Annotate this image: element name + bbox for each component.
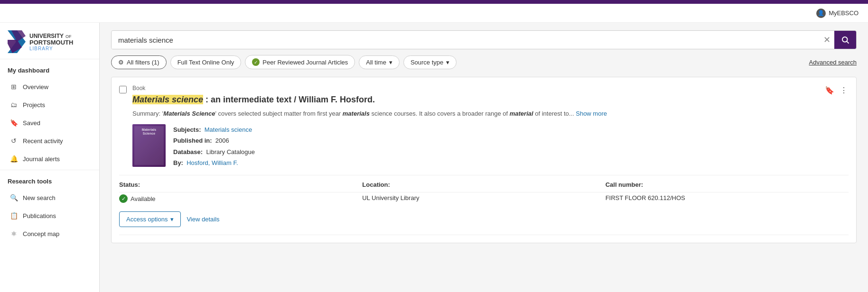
publications-icon: 📋 (9, 211, 18, 220)
search-clear-button[interactable]: ✕ (820, 31, 834, 49)
access-options-button[interactable]: Access options ▾ (119, 211, 181, 227)
status-value: Available (131, 195, 156, 202)
availability-row: ✓ Available UL University Library FIRST … (119, 192, 849, 205)
result-info: Subjects: Materials science Published in… (173, 124, 255, 169)
result-by: By: Hosford, William F. (173, 157, 255, 168)
show-more-link[interactable]: Show more (576, 110, 607, 117)
search-submit-button[interactable] (834, 31, 856, 49)
logo-text: UNIVERSITY OF PORTSMOUTH LIBRARY (29, 32, 73, 52)
source-type-button[interactable]: Source type ▾ (403, 55, 457, 69)
sidebar-label-overview: Overview (23, 83, 48, 91)
sidebar-item-publications[interactable]: 📋 Publications (2, 207, 97, 225)
saved-icon: 🔖 (9, 119, 18, 127)
source-type-chevron: ▾ (446, 59, 449, 66)
journal-alerts-icon: 🔔 (9, 155, 18, 163)
book-cover: Materials Science (132, 124, 166, 167)
result-header: Book Materials science : an intermediate… (119, 85, 849, 168)
subjects-label: Subjects: (173, 126, 201, 133)
header-row: 👤 MyEBSCO (0, 4, 868, 23)
result-actions: 🔖 ⋮ (824, 85, 849, 96)
location-header: Location: (362, 181, 605, 188)
summary-bold2: materials (343, 110, 370, 117)
search-input[interactable] (112, 31, 820, 49)
logo-container: UNIVERSITY OF PORTSMOUTH LIBRARY (8, 30, 92, 53)
search-icon (841, 36, 849, 44)
subjects-value[interactable]: Materials science (205, 126, 252, 133)
logo-area: UNIVERSITY OF PORTSMOUTH LIBRARY (0, 23, 99, 59)
sidebar-item-recent-activity[interactable]: ↺ Recent activity (2, 132, 97, 150)
summary-end: science courses. It also covers a broade… (370, 110, 510, 117)
location-value: UL University Library (362, 194, 605, 203)
result-checkbox[interactable] (119, 86, 127, 93)
call-number-header: Call number: (606, 181, 849, 188)
result-database: Database: Library Catalogue (173, 146, 255, 157)
concept-map-icon: ⚛ (9, 229, 18, 238)
summary-bold3: material (510, 110, 533, 117)
more-options-button[interactable]: ⋮ (839, 85, 849, 96)
search-bar-container: ✕ (111, 30, 857, 49)
user-icon: 👤 (816, 9, 826, 18)
summary-middle: ' covers selected subject matter from fi… (215, 110, 342, 117)
all-time-button[interactable]: All time ▾ (359, 55, 400, 69)
database-label: Database: (173, 148, 203, 155)
sidebar-nav: ⊞ Overview 🗂 Projects 🔖 Saved ↺ Recent a… (0, 78, 99, 168)
access-options-label: Access options (126, 216, 168, 223)
all-filters-label: All filters (1) (127, 59, 159, 66)
result-divider (119, 235, 849, 235)
dashboard-label: My dashboard (0, 59, 99, 78)
view-details-link[interactable]: View details (187, 216, 219, 223)
call-number-value: FIRST FLOOR 620.112/HOS (606, 194, 849, 203)
result-footer: Access options ▾ View details (119, 211, 849, 227)
myebsco-link[interactable]: 👤 MyEBSCO (816, 9, 859, 18)
full-text-button[interactable]: Full Text Online Only (170, 55, 242, 69)
by-label: By: (173, 159, 183, 166)
database-value: Library Catalogue (206, 148, 255, 155)
sidebar-item-projects[interactable]: 🗂 Projects (2, 96, 97, 114)
result-type: Book (132, 85, 849, 91)
sidebar-label-concept-map: Concept map (23, 230, 59, 237)
all-filters-button[interactable]: ⚙ All filters (1) (111, 55, 167, 69)
peer-check-icon: ✓ (252, 58, 260, 66)
filter-bar: ⚙ All filters (1) Full Text Online Only … (111, 55, 857, 69)
sidebar-item-overview[interactable]: ⊞ Overview (2, 78, 97, 96)
full-text-label: Full Text Online Only (177, 59, 234, 66)
sidebar-label-recent-activity: Recent activity (23, 137, 63, 145)
top-bar (0, 0, 868, 4)
source-type-label: Source type (411, 59, 443, 66)
available-status: ✓ Available (119, 194, 362, 203)
summary-tail: of interest to... (533, 110, 574, 117)
sidebar-item-saved[interactable]: 🔖 Saved (2, 114, 97, 132)
summary-bold1: Materials Science (163, 110, 215, 117)
result-details-row: Materials Science Subjects: Materials sc… (132, 124, 849, 169)
recent-activity-icon: ↺ (9, 137, 18, 145)
peer-reviewed-label: Peer Reviewed Journal Articles (262, 59, 348, 66)
svg-line-4 (847, 41, 849, 43)
sidebar-label-saved: Saved (23, 119, 40, 127)
peer-reviewed-button[interactable]: ✓ Peer Reviewed Journal Articles (245, 55, 355, 69)
availability-header: Status: Location: Call number: (119, 181, 849, 192)
bookmark-button[interactable]: 🔖 (824, 85, 835, 96)
available-dot-icon: ✓ (119, 194, 128, 203)
result-subjects: Subjects: Materials science (173, 124, 255, 135)
published-value: 2006 (215, 137, 229, 144)
all-time-chevron: ▾ (389, 59, 392, 66)
sidebar-label-journal-alerts: Journal alerts (23, 155, 60, 163)
sidebar-item-journal-alerts[interactable]: 🔔 Journal alerts (2, 150, 97, 168)
svg-point-3 (842, 37, 848, 42)
logo-library: LIBRARY (29, 46, 73, 51)
result-content: Book Materials science : an intermediate… (132, 85, 849, 168)
result-published: Published in: 2006 (173, 135, 255, 146)
all-time-label: All time (366, 59, 386, 66)
sidebar-item-new-search[interactable]: 🔍 New search (2, 189, 97, 207)
advanced-search-link[interactable]: Advanced search (809, 59, 857, 66)
new-search-icon: 🔍 (9, 193, 18, 202)
result-title-rest: : an intermediate text / William F. Hosf… (203, 95, 375, 104)
sidebar-label-publications: Publications (23, 212, 56, 219)
result-title-highlight: Materials science (132, 95, 203, 104)
sidebar-item-concept-map[interactable]: ⚛ Concept map (2, 225, 97, 243)
filter-icon: ⚙ (118, 59, 124, 66)
result-summary: Summary: 'Materials Science' covers sele… (132, 109, 849, 119)
myebsco-label: MyEBSCO (829, 9, 859, 17)
sidebar-label-projects: Projects (23, 101, 45, 109)
by-value[interactable]: Hosford, William F. (187, 159, 238, 166)
